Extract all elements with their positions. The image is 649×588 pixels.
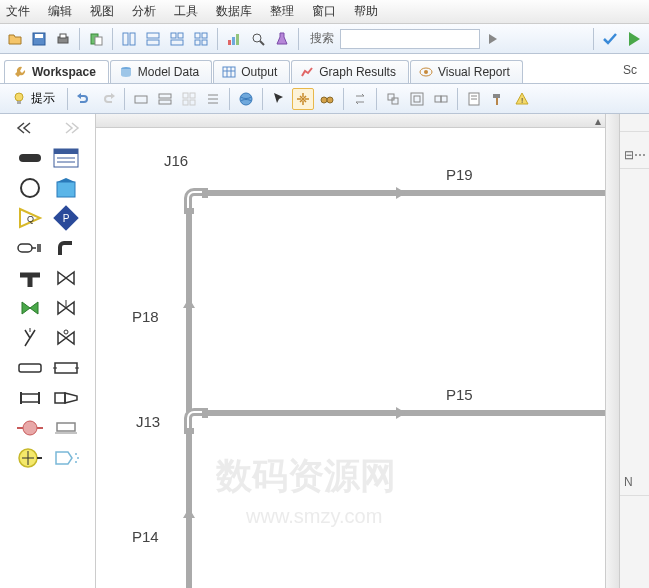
group2-icon[interactable] xyxy=(406,88,428,110)
palette-junction-icon[interactable] xyxy=(15,236,45,260)
tab-visual-report[interactable]: Visual Report xyxy=(410,60,523,83)
palette-reducer-icon[interactable] xyxy=(51,386,81,410)
list-icon[interactable] xyxy=(202,88,224,110)
palette-exchanger-icon[interactable] xyxy=(51,356,81,380)
right-panel-tree-toggle[interactable]: ⊟⋯ xyxy=(620,142,649,169)
palette-valve-icon[interactable] xyxy=(51,266,81,290)
group1-icon[interactable] xyxy=(382,88,404,110)
palette-reservoir-icon[interactable] xyxy=(15,176,45,200)
layout4-icon[interactable] xyxy=(190,28,212,50)
pipe-label-p18: P18 xyxy=(132,308,159,325)
search-go-icon[interactable] xyxy=(482,28,504,50)
palette-tank-icon[interactable] xyxy=(51,176,81,200)
menu-tools[interactable]: 工具 xyxy=(174,3,198,20)
report-icon[interactable] xyxy=(463,88,485,110)
flask-icon[interactable] xyxy=(271,28,293,50)
hammer-icon[interactable] xyxy=(487,88,509,110)
svg-rect-50 xyxy=(441,96,447,102)
tab-model-data[interactable]: Model Data xyxy=(110,60,212,83)
svg-rect-49 xyxy=(435,96,441,102)
redo-icon[interactable] xyxy=(97,88,119,110)
pipe-p18[interactable] xyxy=(186,212,192,412)
junction-j13[interactable] xyxy=(176,402,208,434)
vertical-scrollbar[interactable] xyxy=(605,114,619,588)
hint-button[interactable]: 提示 xyxy=(4,87,62,110)
palette-next-icon[interactable] xyxy=(57,116,87,140)
save-icon[interactable] xyxy=(28,28,50,50)
layout2-icon[interactable] xyxy=(142,28,164,50)
palette-flange-icon[interactable] xyxy=(15,386,45,410)
chart-icon[interactable] xyxy=(223,28,245,50)
svg-rect-47 xyxy=(411,93,423,105)
binoculars-icon[interactable] xyxy=(316,88,338,110)
tab-graph-results[interactable]: Graph Results xyxy=(291,60,409,83)
print-icon[interactable] xyxy=(52,28,74,50)
svg-rect-32 xyxy=(159,94,171,98)
tab-output[interactable]: Output xyxy=(213,60,290,83)
run-icon[interactable] xyxy=(623,28,645,50)
tab-label: Output xyxy=(241,65,277,79)
palette-compressor-icon[interactable] xyxy=(51,416,81,440)
palette-turbine-icon[interactable] xyxy=(15,446,45,470)
palette-prev-icon[interactable] xyxy=(9,116,39,140)
right-panel-section-n: N xyxy=(620,469,649,496)
search-input[interactable] xyxy=(340,29,480,49)
svg-rect-34 xyxy=(183,93,188,98)
svg-point-84 xyxy=(75,453,77,455)
check-icon[interactable] xyxy=(599,28,621,50)
warning-icon[interactable]: ! xyxy=(511,88,533,110)
scroll-up-icon[interactable]: ▴ xyxy=(591,114,605,128)
tab-workspace[interactable]: Workspace xyxy=(4,60,109,83)
palette-orifice-icon[interactable] xyxy=(15,356,45,380)
palette-prv-icon[interactable] xyxy=(51,326,81,350)
menu-database[interactable]: 数据库 xyxy=(216,3,252,20)
toolbar-separator xyxy=(457,88,458,110)
svg-rect-45 xyxy=(388,94,394,100)
globe-icon[interactable] xyxy=(235,88,257,110)
select-icon[interactable] xyxy=(268,88,290,110)
layout3-icon[interactable] xyxy=(166,28,188,50)
exchange-icon[interactable] xyxy=(349,88,371,110)
toolbar-separator xyxy=(124,88,125,110)
palette-relief-valve-icon[interactable] xyxy=(15,326,45,350)
palette-pump-icon[interactable] xyxy=(15,416,45,440)
menu-edit[interactable]: 编辑 xyxy=(48,3,72,20)
palette-check-valve-icon[interactable] xyxy=(15,296,45,320)
svg-rect-11 xyxy=(178,33,183,38)
svg-rect-31 xyxy=(135,96,147,103)
group3-icon[interactable] xyxy=(430,88,452,110)
palette-pipe-icon[interactable] xyxy=(15,146,45,170)
palette-spray-icon[interactable] xyxy=(51,446,81,470)
palette-tee-icon[interactable] xyxy=(15,266,45,290)
palette-properties-icon[interactable] xyxy=(51,146,81,170)
menu-window[interactable]: 窗口 xyxy=(312,3,336,20)
palette-demand-icon[interactable]: Q xyxy=(15,206,45,230)
menu-view[interactable]: 视图 xyxy=(90,3,114,20)
right-panel-header xyxy=(620,114,649,132)
magnify-icon[interactable] xyxy=(247,28,269,50)
svg-point-62 xyxy=(21,179,39,197)
undo-icon[interactable] xyxy=(73,88,95,110)
palette-elbow-icon[interactable] xyxy=(51,236,81,260)
toolbar-separator xyxy=(343,88,344,110)
workspace-canvas[interactable]: 数码资源网 www.smzy.com J16 P19 P18 J13 xyxy=(96,128,605,588)
menu-arrange[interactable]: 整理 xyxy=(270,3,294,20)
palette-pressure-icon[interactable]: P xyxy=(51,206,81,230)
pan-icon[interactable] xyxy=(292,88,314,110)
menu-analysis[interactable]: 分析 xyxy=(132,3,156,20)
menu-help[interactable]: 帮助 xyxy=(354,3,378,20)
grid-icon[interactable] xyxy=(178,88,200,110)
layer1-icon[interactable] xyxy=(130,88,152,110)
layout1-icon[interactable] xyxy=(118,28,140,50)
svg-rect-33 xyxy=(159,100,171,104)
junction-j16[interactable] xyxy=(176,182,208,214)
menu-file[interactable]: 文件 xyxy=(6,3,30,20)
palette-control-valve-icon[interactable] xyxy=(51,296,81,320)
svg-rect-71 xyxy=(55,363,77,373)
horizontal-scrollbar[interactable]: ▴ xyxy=(96,114,605,128)
paste-icon[interactable] xyxy=(85,28,107,50)
tab-label: Graph Results xyxy=(319,65,396,79)
open-icon[interactable] xyxy=(4,28,26,50)
layer2-icon[interactable] xyxy=(154,88,176,110)
svg-point-41 xyxy=(240,93,252,105)
